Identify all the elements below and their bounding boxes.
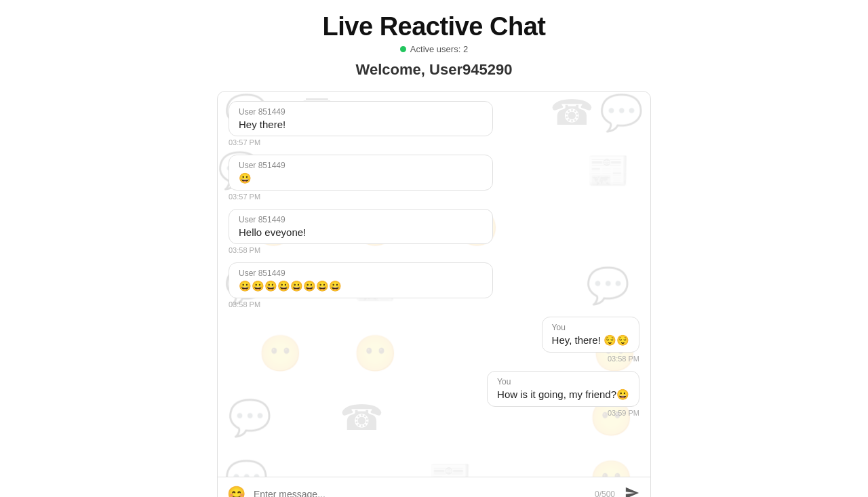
message-item: You How is it going, my friend?😀 03:59 P…	[487, 371, 639, 424]
message-bubble: User 851449 Hey there!	[229, 101, 493, 136]
message-item: User 851449 Hello eveyone! 03:58 PM	[229, 209, 493, 261]
message-item: User 851449 😀😀😀😀😀😀😀😀 03:58 PM	[229, 262, 493, 315]
active-users-label: Active users: 2	[410, 44, 468, 54]
message-text: Hey, there! 😌😌	[552, 334, 629, 346]
message-text: How is it going, my friend?😀	[497, 389, 629, 401]
active-users-indicator: Active users: 2	[0, 44, 868, 54]
send-button[interactable]	[622, 483, 642, 497]
chat-window: 💬 🗨 ☎ 💬 💬 📰 😶 😶 😶 💬 📰 💬 😶 😶 😶 💬 ☎ 😶 💬 📰 …	[217, 91, 651, 497]
char-count: 0/500	[595, 490, 615, 498]
message-item: User 851449 😀 03:57 PM	[229, 155, 493, 207]
message-item: You Hey, there! 😌😌 03:58 PM	[542, 317, 639, 370]
message-input[interactable]	[254, 489, 588, 498]
message-time: 03:57 PM	[229, 138, 493, 146]
message-username: You	[552, 323, 629, 332]
welcome-message: Welcome, User945290	[0, 61, 868, 79]
message-username: User 851449	[239, 161, 483, 170]
messages-list: User 851449 Hey there! 03:57 PM User 851…	[218, 92, 650, 477]
message-text: Hey there!	[239, 119, 483, 130]
app-title: Live Reactive Chat	[0, 12, 868, 41]
message-username: User 851449	[239, 215, 483, 224]
message-time: 03:58 PM	[229, 246, 493, 254]
app-header: Live Reactive Chat Active users: 2 Welco…	[0, 0, 868, 91]
message-time: 03:58 PM	[229, 300, 493, 309]
message-username: User 851449	[239, 107, 483, 117]
message-bubble: User 851449 Hello eveyone!	[229, 209, 493, 244]
message-text: Hello eveyone!	[239, 226, 483, 238]
message-text: 😀😀😀😀😀😀😀😀	[239, 280, 483, 292]
message-bubble: You How is it going, my friend?😀	[487, 371, 639, 407]
message-bubble: User 851449 😀😀😀😀😀😀😀😀	[229, 262, 493, 298]
message-time: 03:58 PM	[542, 355, 639, 363]
message-item: User 851449 Hey there! 03:57 PM	[229, 101, 493, 153]
send-icon	[625, 485, 639, 497]
emoji-button[interactable]: 😊	[226, 484, 247, 498]
active-dot-icon	[400, 46, 406, 52]
message-time: 03:57 PM	[229, 193, 493, 201]
message-bubble: You Hey, there! 😌😌	[542, 317, 639, 353]
message-time: 03:59 PM	[487, 409, 639, 417]
message-bubble: User 851449 😀	[229, 155, 493, 191]
message-username: User 851449	[239, 269, 483, 278]
message-username: You	[497, 377, 629, 386]
chat-input-bar: 😊 0/500	[218, 477, 650, 497]
message-text: 😀	[239, 172, 483, 184]
